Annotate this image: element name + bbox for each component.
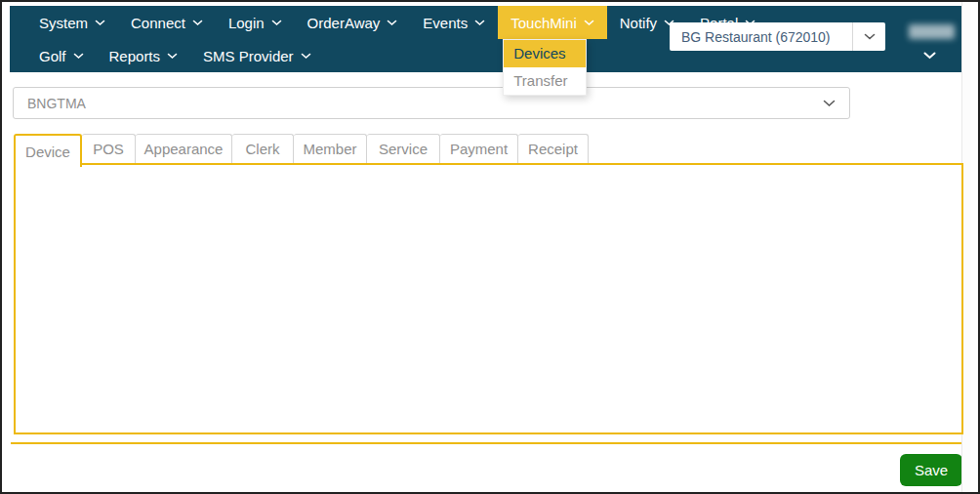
chevron-down-icon [584,20,594,26]
device-settings-panel [14,163,963,434]
touchmini-dropdown-menu: Devices Transfer [503,39,587,96]
app-window: { "nav": { "row1": [ { "label": "System"… [0,0,980,494]
tab-payment[interactable]: Payment [440,134,518,163]
user-name-redacted [909,24,955,39]
footer-divider [11,442,968,444]
user-menu-toggle[interactable] [923,46,936,63]
tab-device[interactable]: Device [14,134,82,167]
chevron-down-icon [923,52,936,60]
nav-orderaway-label: OrderAway [307,15,381,31]
menu-item-transfer[interactable]: Transfer [504,67,586,95]
chevron-down-icon [853,33,885,41]
nav-sms-provider[interactable]: SMS Provider [190,39,324,72]
nav-connect[interactable]: Connect [118,6,216,39]
chevron-down-icon [95,20,105,26]
tab-appearance[interactable]: Appearance [136,134,232,163]
nav-login-label: Login [228,15,265,31]
chevron-down-icon [474,20,485,26]
tab-receipt[interactable]: Receipt [518,134,589,163]
tab-service[interactable]: Service [367,134,440,163]
menu-item-devices[interactable]: Devices [504,40,586,67]
nav-golf-label: Golf [39,48,66,64]
tab-clerk[interactable]: Clerk [232,134,294,163]
chevron-down-icon [301,53,311,60]
tab-member[interactable]: Member [294,134,367,163]
nav-notify-label: Notify [620,15,657,31]
nav-system[interactable]: System [26,6,118,39]
nav-connect-label: Connect [131,15,185,31]
venue-select[interactable]: BG Restaurant (672010) [670,22,885,51]
chevron-down-icon [167,53,178,60]
nav-login[interactable]: Login [216,6,295,39]
nav-sms-provider-label: SMS Provider [203,48,294,64]
device-name-select-value: BNGTMA [14,96,823,111]
nav-touchmini-label: TouchMini [510,15,577,31]
nav-events[interactable]: Events [410,6,498,39]
nav-system-label: System [39,15,88,31]
nav-orderaway[interactable]: OrderAway [295,6,411,39]
chevron-down-icon [823,100,849,107]
save-button[interactable]: Save [900,454,962,486]
chevron-down-icon [271,20,282,26]
nav-reports[interactable]: Reports [97,39,191,72]
nav-events-label: Events [423,15,468,31]
main-navbar: System Connect Login OrderAway Events To… [10,6,964,72]
chevron-down-icon [387,20,397,26]
venue-select-value: BG Restaurant (672010) [670,29,852,45]
nav-touchmini[interactable]: TouchMini Devices Transfer [498,6,607,39]
chevron-down-icon [73,53,84,60]
nav-golf[interactable]: Golf [26,39,97,72]
nav-reports-label: Reports [109,48,161,64]
settings-tab-bar: Device POS Appearance Clerk Member Servi… [14,134,589,165]
device-name-select[interactable]: BNGTMA [13,87,850,119]
tab-pos[interactable]: POS [82,134,136,163]
chevron-down-icon [192,20,203,26]
